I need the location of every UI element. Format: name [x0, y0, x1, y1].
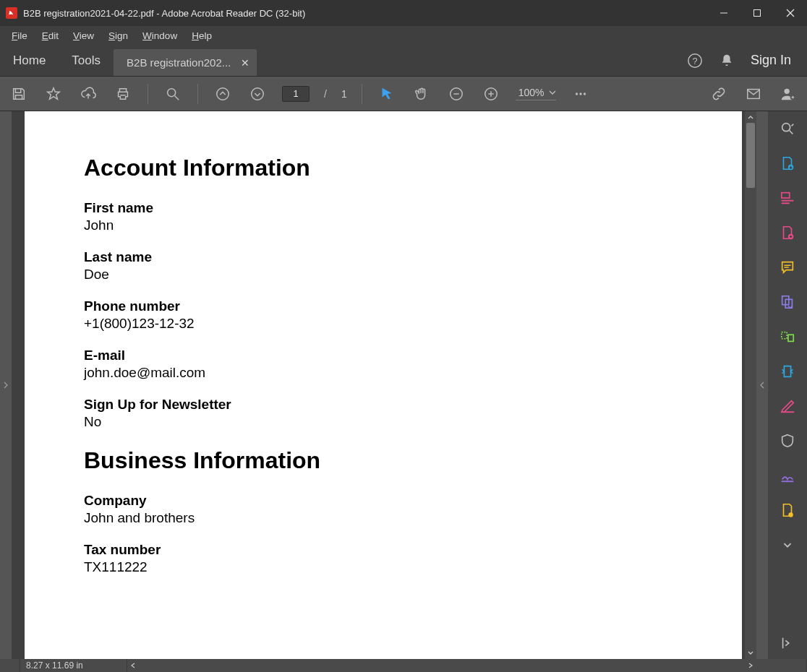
menu-view[interactable]: View	[66, 29, 101, 43]
main-toolbar: 1 / 1 100%	[0, 77, 807, 111]
collapse-rail-icon[interactable]	[779, 634, 796, 652]
zoom-dropdown[interactable]: 100%	[516, 87, 556, 100]
scroll-up-icon[interactable]	[745, 111, 756, 123]
total-pages: 1	[341, 88, 347, 100]
field-label: E-mail	[84, 348, 683, 363]
window-title: B2B registration2021-04-22.pdf - Adobe A…	[23, 8, 707, 19]
svg-rect-24	[782, 193, 790, 198]
svg-point-15	[575, 92, 577, 95]
svg-point-17	[583, 92, 585, 95]
status-trailing-cell	[756, 659, 807, 672]
field-label: Tax number	[84, 542, 683, 558]
field-value: Doe	[84, 267, 683, 283]
request-signatures-icon[interactable]	[779, 501, 796, 519]
svg-point-8	[217, 87, 229, 100]
chevron-down-icon	[549, 89, 556, 96]
page-dimensions: 8.27 x 11.69 in	[20, 659, 127, 672]
star-icon[interactable]	[43, 84, 64, 104]
page-up-icon[interactable]	[213, 84, 233, 104]
field-label: Phone number	[84, 298, 683, 314]
tools-rail	[768, 111, 807, 659]
scroll-down-icon[interactable]	[745, 647, 756, 659]
page-down-icon[interactable]	[247, 84, 268, 104]
email-icon[interactable]	[743, 84, 764, 104]
scrollbar-thumb[interactable]	[746, 123, 755, 188]
window-maximize-button[interactable]	[740, 0, 774, 26]
edit-pdf-icon[interactable]	[779, 189, 796, 207]
field-phone: Phone number +1(800)123-12-32	[84, 298, 683, 332]
main-area: Account Information First name John Last…	[0, 111, 807, 659]
window-close-button[interactable]	[774, 0, 807, 26]
field-last-name: Last name Doe	[84, 249, 683, 283]
selection-tool-icon[interactable]	[377, 84, 397, 104]
horizontal-scrollbar[interactable]	[127, 659, 756, 672]
window-minimize-button[interactable]	[707, 0, 740, 26]
create-pdf-icon[interactable]	[779, 224, 796, 241]
export-pdf-icon[interactable]	[779, 155, 796, 172]
bell-icon[interactable]	[719, 53, 735, 69]
menu-help[interactable]: Help	[184, 29, 219, 43]
tab-home[interactable]: Home	[0, 45, 59, 76]
document-viewport: Account Information First name John Last…	[12, 111, 756, 659]
tools-expand-icon[interactable]	[779, 536, 796, 553]
document-scroll[interactable]: Account Information First name John Last…	[12, 111, 745, 659]
cloud-upload-icon[interactable]	[78, 84, 98, 104]
right-panel-handle[interactable]	[756, 111, 768, 659]
scroll-left-icon[interactable]	[127, 659, 139, 672]
tab-close-icon[interactable]: ✕	[241, 57, 249, 69]
tab-document-active[interactable]: B2B registration202... ✕	[114, 49, 257, 76]
field-label: First name	[84, 200, 683, 216]
svg-point-21	[782, 124, 790, 132]
scroll-right-icon[interactable]	[745, 659, 756, 672]
menu-sign[interactable]: Sign	[101, 29, 135, 43]
field-label: Last name	[84, 249, 683, 265]
find-icon[interactable]	[163, 84, 183, 104]
help-icon[interactable]: ?	[687, 53, 703, 69]
toolbar-separator	[148, 84, 148, 104]
page-separator: /	[324, 88, 327, 100]
svg-line-22	[790, 131, 793, 134]
share-link-icon[interactable]	[709, 84, 729, 104]
section-heading-account-info: Account Information	[84, 155, 683, 181]
vertical-scrollbar[interactable]	[745, 111, 756, 659]
menu-file[interactable]: File	[4, 29, 35, 43]
menubar: File Edit View Sign Window Help	[0, 26, 807, 45]
left-panel-handle[interactable]	[0, 111, 12, 659]
fill-sign-icon[interactable]	[779, 467, 796, 484]
print-icon[interactable]	[113, 84, 133, 104]
toolbar-separator	[197, 84, 198, 104]
save-icon[interactable]	[9, 84, 29, 104]
acrobat-app-icon	[6, 7, 17, 19]
field-value: John and brothers	[84, 510, 683, 526]
combine-files-icon[interactable]	[779, 293, 796, 311]
sign-in-button[interactable]: Sign In	[751, 53, 791, 68]
field-label: Sign Up for Newsletter	[84, 397, 683, 413]
toolbar-separator	[362, 84, 362, 104]
hand-tool-icon[interactable]	[411, 84, 432, 104]
svg-rect-25	[782, 200, 794, 202]
comment-icon[interactable]	[779, 259, 796, 276]
field-value: TX111222	[84, 559, 683, 575]
menu-edit[interactable]: Edit	[35, 29, 66, 43]
compress-pdf-icon[interactable]	[779, 363, 796, 380]
add-user-icon[interactable]	[778, 84, 798, 104]
more-icon[interactable]	[571, 84, 591, 104]
protect-icon[interactable]	[779, 432, 796, 449]
field-value: John	[84, 217, 683, 233]
tab-tools[interactable]: Tools	[59, 45, 114, 76]
organize-pages-icon[interactable]	[779, 328, 796, 345]
field-company: Company John and brothers	[84, 493, 683, 526]
pdf-page: Account Information First name John Last…	[25, 111, 742, 659]
svg-point-36	[788, 512, 793, 517]
field-newsletter: Sign Up for Newsletter No	[84, 397, 683, 430]
svg-rect-1	[754, 10, 761, 17]
svg-point-6	[168, 88, 176, 96]
field-value: +1(800)123-12-32	[84, 316, 683, 332]
menu-window[interactable]: Window	[135, 29, 184, 43]
search-tool-icon[interactable]	[779, 120, 796, 137]
redact-icon[interactable]	[779, 397, 796, 415]
current-page-input[interactable]: 1	[282, 86, 309, 102]
zoom-out-icon[interactable]	[446, 84, 466, 104]
field-tax-number: Tax number TX111222	[84, 542, 683, 575]
zoom-in-icon[interactable]	[481, 84, 501, 104]
